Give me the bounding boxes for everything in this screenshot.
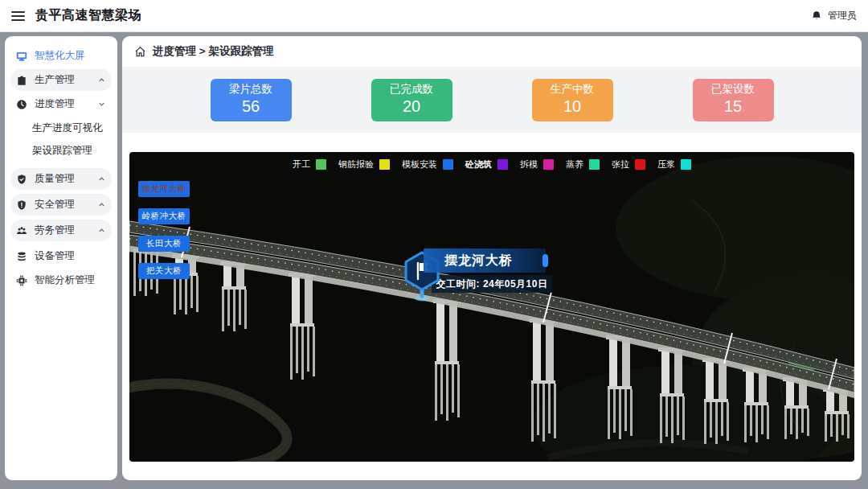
legend-label: 砼浇筑 <box>465 158 492 171</box>
legend-item: 张拉 <box>612 158 645 171</box>
legend-label: 张拉 <box>612 158 629 171</box>
legend-swatch <box>497 159 508 170</box>
clock-icon <box>16 99 27 110</box>
bridge-button-baguan[interactable]: 把关大桥 <box>138 263 190 279</box>
people-icon <box>16 225 27 236</box>
sidebar-item-label: 质量管理 <box>35 172 90 186</box>
stat-card-total-beams[interactable]: 梁片总数 56 <box>211 79 292 121</box>
legend-label: 开工 <box>293 158 310 171</box>
legend-swatch <box>443 159 453 170</box>
legend-item: 压浆 <box>657 158 691 171</box>
legend-item: 蒸养 <box>566 158 600 171</box>
stat-value: 15 <box>724 97 742 117</box>
bridge-selector-list: 摆龙河大桥 岭桥冲大桥 长田大桥 把关大桥 <box>138 181 190 279</box>
current-user-label[interactable]: 管理员 <box>828 9 857 23</box>
sidebar-item-production[interactable]: 生产管理 <box>10 69 112 91</box>
breadcrumb-text: 进度管理 > 架设跟踪管理 <box>153 44 273 59</box>
shield-alert-icon <box>16 199 27 211</box>
bridge-button-lingqiaochong[interactable]: 岭桥冲大桥 <box>138 208 190 224</box>
legend-label: 压浆 <box>657 158 675 171</box>
sidebar-item-label: 进度管理 <box>35 97 90 111</box>
chevron-down-icon <box>97 100 106 109</box>
sidebar-nav: 智慧化大屏 生产管理 进度管理 生产进度可视化 架设跟踪管理 质量管理 安全管理 <box>5 36 117 480</box>
stat-label: 已完成数 <box>390 83 433 97</box>
stat-card-completed[interactable]: 已完成数 20 <box>371 79 452 121</box>
app-title: 贵平高速智慧梁场 <box>35 7 141 24</box>
stat-value: 10 <box>563 97 581 117</box>
bridge-3d-viewport[interactable]: 开工 钢筋报验 模板安装 砼浇筑 拆模 蒸养 张拉 压浆 摆龙河大桥 岭桥冲大桥… <box>129 152 854 462</box>
shield-check-icon <box>16 174 27 185</box>
stat-card-erected[interactable]: 已架设数 15 <box>693 79 774 121</box>
chevron-up-icon <box>97 200 106 209</box>
sidebar-item-label: 设备管理 <box>35 249 106 263</box>
sidebar-item-label: 智慧化大屏 <box>35 49 106 63</box>
app-header: 贵平高速智慧梁场 管理员 <box>0 0 868 32</box>
sidebar-subitem-erection-tracking[interactable]: 架设跟踪管理 <box>10 140 112 161</box>
legend-swatch <box>681 159 691 170</box>
sidebar-item-smart-screen[interactable]: 智慧化大屏 <box>10 45 112 67</box>
legend-item: 钢筋报验 <box>338 158 390 171</box>
sidebar-item-labor[interactable]: 劳务管理 <box>10 220 112 241</box>
stat-value: 56 <box>242 97 260 117</box>
sidebar-item-label: 劳务管理 <box>35 224 90 237</box>
bridge-tooltip[interactable]: 摆龙河大桥 交工时间: 24年05月10日 <box>396 249 565 293</box>
breadcrumb: 进度管理 > 架设跟踪管理 <box>122 36 862 67</box>
bridge-button-changtian[interactable]: 长田大桥 <box>138 236 190 252</box>
stat-label: 已架设数 <box>711 83 755 97</box>
legend-item: 开工 <box>293 158 326 171</box>
bridge-3d-scene <box>129 152 854 462</box>
legend-label: 拆模 <box>520 158 538 171</box>
clipboard-icon <box>16 75 27 86</box>
legend-swatch <box>635 159 645 170</box>
stat-label: 梁片总数 <box>229 83 272 97</box>
stat-card-in-production[interactable]: 生产中数 10 <box>532 79 613 121</box>
main-content: 进度管理 > 架设跟踪管理 梁片总数 56 已完成数 20 生产中数 10 已架… <box>122 36 862 480</box>
chevron-up-icon <box>97 76 106 84</box>
stats-strip: 梁片总数 56 已完成数 20 生产中数 10 已架设数 15 <box>122 67 862 133</box>
sidebar-item-progress[interactable]: 进度管理 <box>10 93 112 115</box>
sidebar-subitem-production-progress-visualization[interactable]: 生产进度可视化 <box>10 117 112 138</box>
monitor-icon <box>16 51 27 62</box>
sidebar-item-smart-analysis[interactable]: 智能分析管理 <box>10 269 112 291</box>
legend-swatch <box>379 159 390 170</box>
chevron-up-icon <box>97 175 106 183</box>
tooltip-handover-date: 交工时间: 24年05月10日 <box>432 275 552 293</box>
chevron-up-icon <box>97 226 106 235</box>
sidebar-item-label: 生产管理 <box>35 73 90 87</box>
stat-value: 20 <box>403 97 420 117</box>
legend-label: 钢筋报验 <box>338 158 374 171</box>
chip-icon <box>16 275 27 286</box>
tooltip-bridge-name: 摆龙河大桥 <box>424 249 546 273</box>
legend-item: 拆模 <box>520 158 554 171</box>
notification-bell-icon[interactable] <box>811 10 822 22</box>
sidebar-item-label: 智能分析管理 <box>35 273 106 287</box>
status-legend: 开工 钢筋报验 模板安装 砼浇筑 拆模 蒸养 张拉 压浆 <box>129 158 854 171</box>
legend-item: 模板安装 <box>402 158 453 171</box>
legend-label: 模板安装 <box>402 158 437 171</box>
legend-label: 蒸养 <box>566 158 583 171</box>
stat-label: 生产中数 <box>551 83 594 97</box>
legend-item: 砼浇筑 <box>465 158 508 171</box>
legend-swatch <box>543 159 554 170</box>
menu-toggle-icon[interactable] <box>11 11 25 21</box>
legend-swatch <box>589 159 600 170</box>
sidebar-item-label: 安全管理 <box>35 198 90 212</box>
bridge-button-bailonghe[interactable]: 摆龙河大桥 <box>138 181 190 197</box>
sidebar-item-safety[interactable]: 安全管理 <box>10 194 112 216</box>
sidebar-item-quality[interactable]: 质量管理 <box>10 168 112 190</box>
database-icon <box>16 251 27 262</box>
home-icon[interactable] <box>134 46 146 58</box>
legend-swatch <box>316 159 326 170</box>
sidebar-item-equipment[interactable]: 设备管理 <box>10 245 112 267</box>
